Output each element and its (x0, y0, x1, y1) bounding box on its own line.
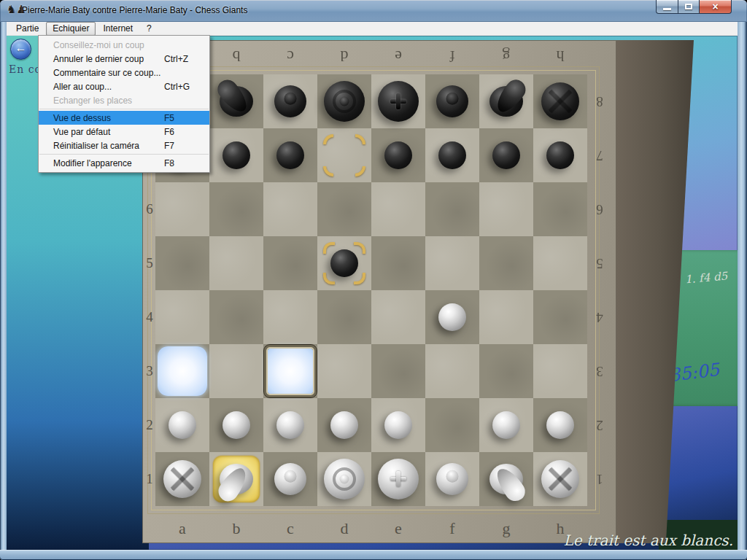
menu-item-label: Réinitialiser la caméra (53, 141, 164, 151)
menu-item-label: Modifier l'apparence (53, 158, 164, 168)
file-label: e (371, 519, 425, 538)
piece-white-pawn[interactable] (155, 398, 209, 452)
back-arrow-icon: ← (11, 42, 31, 55)
menu-item-label: Vue par défaut (53, 127, 164, 137)
menu-separator (39, 154, 209, 155)
file-label: g (479, 519, 533, 538)
piece-white-queen[interactable] (317, 452, 371, 506)
piece-white-pawn[interactable] (371, 398, 425, 452)
piece-black-bishop[interactable] (425, 74, 479, 128)
menubar-item-[interactable]: ? (140, 22, 158, 36)
piece-black-pawn[interactable] (479, 128, 533, 182)
marker-corner (355, 134, 365, 144)
piece-black-pawn[interactable] (317, 236, 371, 290)
piece-black-knight[interactable] (479, 74, 533, 128)
legal-move-highlight[interactable] (263, 344, 317, 398)
menubar-item-internet[interactable]: Internet (96, 22, 139, 36)
rank-label: 5 (144, 236, 155, 290)
marker-corner (323, 166, 333, 176)
window-border-left (0, 22, 7, 550)
menu-item[interactable]: Vue de dessusF5 (39, 111, 209, 125)
menu-separator (39, 109, 209, 109)
menu-item[interactable]: Modifier l'apparenceF8 (39, 156, 209, 170)
minimize-button[interactable] (656, 0, 678, 14)
piece-black-queen[interactable] (317, 74, 371, 128)
menu-item[interactable]: Vue par défautF6 (39, 125, 209, 139)
close-icon: × (700, 1, 731, 12)
marker-corner (323, 134, 333, 144)
piece-white-pawn[interactable] (479, 398, 533, 452)
window-title: Pierre-Marie Baty contre Pierre-Marie Ba… (22, 5, 247, 15)
piece-black-pawn[interactable] (371, 128, 425, 182)
chess-board: aabbccddeeffgghh8877665544332211 (142, 40, 616, 543)
menu-item[interactable]: Annuler le dernier coupCtrl+Z (39, 52, 209, 66)
echiquier-menu: Conseillez-moi un coupAnnuler le dernier… (38, 35, 210, 173)
piece-black-bishop[interactable] (263, 74, 317, 128)
piece-black-knight[interactable] (209, 74, 263, 128)
rank-label-right: 6 (594, 182, 605, 236)
menu-item-label: Commentaire sur ce coup... (53, 68, 164, 78)
legal-move-highlight[interactable] (155, 344, 209, 398)
menu-item-shortcut: F6 (164, 127, 199, 137)
application-window: ♞♟ Pierre-Marie Baty contre Pierre-Marie… (0, 0, 747, 560)
piece-black-king[interactable] (371, 74, 425, 128)
file-label-top: g (479, 47, 533, 66)
piece-white-pawn[interactable] (209, 398, 263, 452)
file-label-top: c (263, 47, 317, 66)
piece-black-pawn[interactable] (533, 128, 587, 182)
file-label-top: f (425, 47, 479, 66)
menu-item: Conseillez-moi un coup (39, 38, 209, 52)
piece-black-pawn[interactable] (263, 128, 317, 182)
rank-label-right: 8 (594, 74, 605, 128)
menu-item-shortcut: F8 (164, 158, 199, 168)
rank-label-right: 4 (594, 290, 605, 344)
rank-label-right: 1 (594, 452, 605, 506)
back-button[interactable]: ← (10, 39, 31, 60)
file-label: d (317, 519, 371, 538)
menu-item[interactable]: Aller au coup...Ctrl+G (39, 79, 209, 93)
menubar-item-partie[interactable]: Partie (9, 22, 45, 36)
window-border-right (738, 22, 747, 550)
piece-white-pawn[interactable] (263, 398, 317, 452)
rank-label: 4 (144, 290, 155, 344)
close-button[interactable]: × (699, 0, 732, 14)
menu-item-label: Echanger les places (53, 96, 164, 106)
menu-item[interactable]: Commentaire sur ce coup... (39, 66, 209, 79)
piece-white-bishop[interactable] (425, 452, 479, 506)
rank-label-right: 3 (594, 344, 605, 398)
menu-item-shortcut: F5 (164, 113, 199, 123)
piece-white-knight[interactable] (209, 452, 263, 506)
menu-item-label: Aller au coup... (53, 82, 164, 92)
piece-black-pawn[interactable] (425, 128, 479, 182)
rank-label-right: 5 (594, 236, 605, 290)
piece-white-pawn[interactable] (533, 398, 587, 452)
piece-white-rook[interactable] (155, 452, 209, 506)
menubar-item-echiquier[interactable]: Echiquier (46, 22, 96, 36)
piece-white-pawn[interactable] (317, 398, 371, 452)
rank-label-right: 2 (594, 398, 605, 452)
file-label: a (155, 519, 209, 538)
piece-black-pawn[interactable] (209, 128, 263, 182)
window-border-bottom (0, 550, 747, 560)
menu-bar: PartieEchiquierInternet? (7, 22, 738, 36)
menu-item-shortcut: F7 (164, 141, 199, 151)
minimize-icon (663, 8, 671, 10)
file-label: b (209, 519, 263, 538)
rank-label-right: 7 (594, 128, 605, 182)
menu-item-shortcut: Ctrl+Z (164, 54, 199, 64)
file-label-top: e (371, 47, 425, 66)
piece-black-rook[interactable] (533, 74, 587, 128)
piece-white-rook[interactable] (533, 452, 587, 506)
menu-item[interactable]: Réinitialiser la caméraF7 (39, 139, 209, 152)
title-bar[interactable]: ♞♟ Pierre-Marie Baty contre Pierre-Marie… (0, 0, 747, 22)
window-controls: × (656, 0, 732, 14)
piece-white-bishop[interactable] (263, 452, 317, 506)
piece-white-pawn[interactable] (425, 290, 479, 344)
piece-white-king[interactable] (371, 452, 425, 506)
piece-white-knight[interactable] (479, 452, 533, 506)
file-label: f (425, 519, 479, 538)
menu-item-label: Conseillez-moi un coup (53, 40, 164, 50)
board-overlay (155, 74, 587, 506)
menu-item-shortcut: Ctrl+G (164, 82, 199, 92)
maximize-button[interactable] (678, 0, 699, 14)
